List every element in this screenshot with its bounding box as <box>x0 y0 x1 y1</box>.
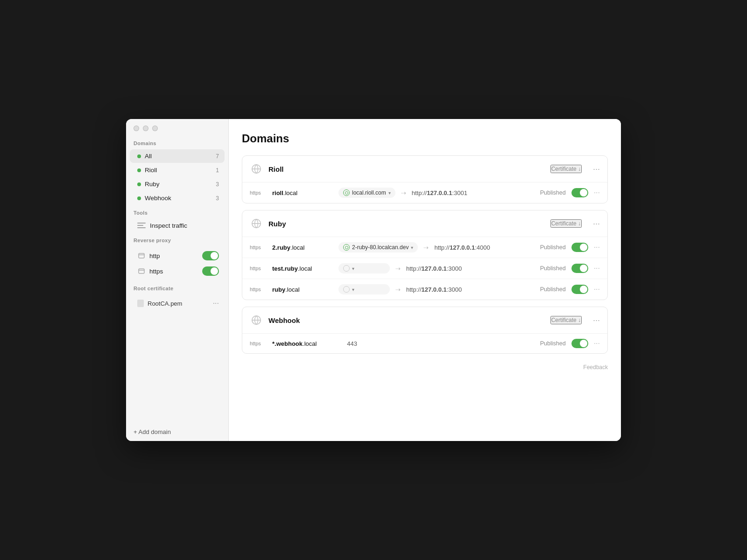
svg-rect-2 <box>139 269 144 273</box>
domain-row: https test.ruby.local ▾ ⇢ http://127.0.0… <box>242 258 607 279</box>
sidebar-item-inspect-traffic[interactable]: Inspect traffic <box>130 219 225 232</box>
domain-toggle[interactable] <box>571 188 588 197</box>
target-pill[interactable]: local.rioll.com ▾ <box>338 188 395 198</box>
certificate-button[interactable]: Certificate ↓ <box>550 219 582 228</box>
domain-toggle[interactable] <box>571 243 588 252</box>
domain-card-name: Ruby <box>268 220 286 228</box>
add-domain-button[interactable]: + Add domain <box>134 428 221 435</box>
domain-row: https rioll.local local.rioll.com ▾ ⇢ ht… <box>242 182 607 203</box>
domain-icon <box>250 217 263 230</box>
root-cert-item[interactable]: RootCA.pem ··· <box>130 296 225 310</box>
status-dot <box>137 196 141 200</box>
app-window: Domains All 7 Rioll 1 Ruby 3 Webhook 3 T… <box>126 119 621 441</box>
http-toggle[interactable] <box>202 251 219 260</box>
sidebar-domains-list: All 7 Rioll 1 Ruby 3 Webhook 3 <box>126 149 228 205</box>
sidebar: Domains All 7 Rioll 1 Ruby 3 Webhook 3 T… <box>126 119 229 441</box>
row-more-button[interactable]: ··· <box>594 264 600 273</box>
domain-toggle[interactable] <box>571 339 588 348</box>
arrow-right-icon: ⇢ <box>395 286 401 293</box>
status-dot <box>137 182 141 186</box>
sidebar-item-webhook[interactable]: Webhook 3 <box>130 191 225 205</box>
inspect-traffic-icon <box>137 223 146 229</box>
arrow-right-icon: ⇢ <box>423 244 429 251</box>
sidebar-item-count: 1 <box>216 167 219 174</box>
row-more-button[interactable]: ··· <box>594 243 600 252</box>
status-dot <box>137 168 141 172</box>
arrow-right-icon: ⇢ <box>395 265 401 272</box>
domain-toggle[interactable] <box>571 285 588 294</box>
domain-card-more-button[interactable]: ··· <box>593 164 600 174</box>
domain-card-header-ruby: Ruby Certificate ↓ ··· <box>242 210 607 237</box>
sidebar-item-http[interactable]: http <box>130 248 225 263</box>
chevron-down-icon: ▾ <box>411 245 413 250</box>
close-button[interactable] <box>134 126 139 131</box>
sidebar-item-all[interactable]: All 7 <box>130 149 225 163</box>
maximize-button[interactable] <box>152 126 158 131</box>
row-more-button[interactable]: ··· <box>594 189 600 197</box>
domain-hostname: *.webhook.local <box>272 340 333 347</box>
inspect-traffic-label: Inspect traffic <box>150 222 187 229</box>
status-dot <box>137 154 141 158</box>
https-toggle[interactable] <box>202 266 219 276</box>
root-cert-section-label: Root certificate <box>126 281 228 294</box>
domain-icon <box>250 314 263 327</box>
target-pill[interactable]: 2-ruby-80.localcan.dev ▾ <box>338 242 418 252</box>
certificate-button[interactable]: Certificate ↓ <box>550 165 582 173</box>
reverse-proxy-section: http https <box>126 246 228 281</box>
domain-row: https *.webhook.local 443 Published ··· <box>242 334 607 353</box>
target-url: http://127.0.0.1:3000 <box>406 265 462 272</box>
target-pill-label: 2-ruby-80.localcan.dev <box>352 244 409 251</box>
domain-card-more-button[interactable]: ··· <box>593 315 600 325</box>
feedback-bar[interactable]: Feedback <box>242 360 608 371</box>
published-status: Published <box>540 265 566 272</box>
row-more-button[interactable]: ··· <box>594 339 600 348</box>
titlebar <box>126 119 228 136</box>
protocol-badge: https <box>250 190 267 196</box>
protocol-badge: https <box>250 341 267 346</box>
tools-section-label: Tools <box>126 205 228 218</box>
port-number: 443 <box>338 340 357 347</box>
globe-icon <box>343 189 350 196</box>
domain-row: https 2.ruby.local 2-ruby-80.localcan.de… <box>242 237 607 258</box>
target-pill-empty[interactable]: ▾ <box>338 284 390 294</box>
chevron-down-icon: ▾ <box>352 266 354 271</box>
sidebar-item-label: All <box>145 153 212 160</box>
published-status: Published <box>540 244 566 251</box>
main-content: Domains Rioll Certificate ↓ ··· https ri… <box>229 119 621 441</box>
target-url: http://127.0.0.1:3000 <box>406 286 462 293</box>
file-icon <box>137 300 144 307</box>
domain-card-webhook: Webhook Certificate ↓ ··· https *.webhoo… <box>242 307 608 354</box>
root-cert-name: RootCA.pem <box>148 300 209 307</box>
sidebar-item-https[interactable]: https <box>130 264 225 279</box>
reverse-proxy-section-label: Reverse proxy <box>126 233 228 246</box>
http-proxy-icon <box>137 252 146 260</box>
settings-icon <box>343 286 350 293</box>
domains-section-label: Domains <box>126 136 228 149</box>
published-status: Published <box>540 286 566 293</box>
domain-card-name: Webhook <box>268 316 300 324</box>
domain-icon <box>250 162 263 175</box>
chevron-down-icon: ▾ <box>352 287 354 292</box>
protocol-badge: https <box>250 266 267 271</box>
domain-card-header-webhook: Webhook Certificate ↓ ··· <box>242 307 607 334</box>
domain-hostname: test.ruby.local <box>272 265 333 272</box>
globe-icon <box>343 244 350 251</box>
domain-card-more-button[interactable]: ··· <box>593 219 600 229</box>
arrow-right-icon: ⇢ <box>401 189 406 196</box>
row-more-button[interactable]: ··· <box>594 285 600 294</box>
domain-row: https ruby.local ▾ ⇢ http://127.0.0.1:30… <box>242 279 607 300</box>
settings-icon <box>343 265 350 272</box>
target-pill-empty[interactable]: ▾ <box>338 263 390 273</box>
page-title: Domains <box>242 132 608 145</box>
published-status: Published <box>540 189 566 196</box>
sidebar-item-ruby[interactable]: Ruby 3 <box>130 177 225 191</box>
minimize-button[interactable] <box>143 126 148 131</box>
root-cert-more-button[interactable]: ··· <box>213 299 219 308</box>
sidebar-item-rioll[interactable]: Rioll 1 <box>130 163 225 177</box>
certificate-button[interactable]: Certificate ↓ <box>550 316 582 324</box>
domain-toggle[interactable] <box>571 264 588 273</box>
svg-rect-0 <box>139 253 144 258</box>
domain-hostname: rioll.local <box>272 189 333 196</box>
domain-card-header-rioll: Rioll Certificate ↓ ··· <box>242 156 607 182</box>
target-url: http://127.0.0.1:4000 <box>434 244 490 251</box>
